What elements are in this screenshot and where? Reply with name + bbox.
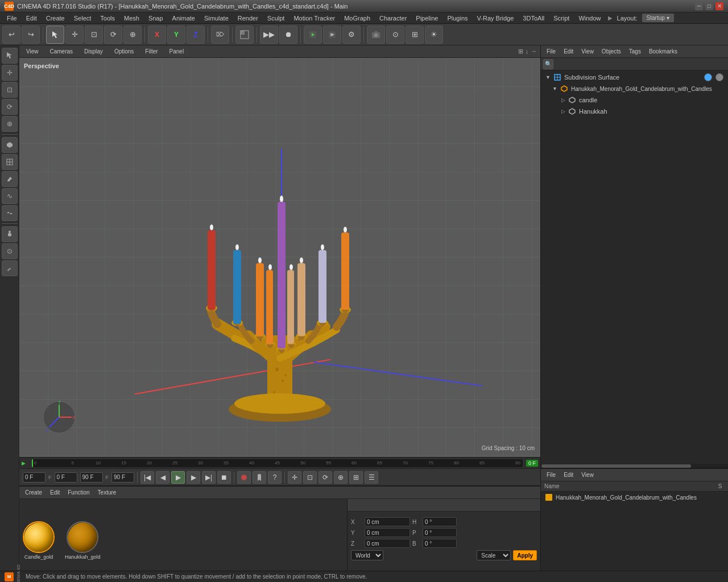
sidebar-move[interactable]: ✛ (2, 65, 18, 81)
obj-menu-file[interactable]: File (544, 47, 558, 56)
floor-btn[interactable]: ⊞ (406, 26, 424, 44)
render-view-btn[interactable] (304, 26, 322, 44)
scale-key-btn[interactable]: ⊡ (303, 471, 317, 484)
snap-enable-btn[interactable]: ⊙ (386, 26, 404, 44)
render-settings-btn[interactable]: ⚙ (342, 26, 361, 44)
obj-hanukkah[interactable]: ▷ Hanukkah (541, 106, 728, 117)
transform-tool[interactable]: ⊕ (123, 26, 142, 44)
view-mode-btn[interactable] (235, 26, 254, 44)
obj-menu-objects[interactable]: Objects (599, 47, 623, 56)
frame-current-input[interactable] (55, 472, 77, 483)
redo-button[interactable]: ↪ (22, 26, 40, 44)
undo-button[interactable]: ↩ (2, 26, 20, 44)
material-candle-gold[interactable]: Candle_gold (23, 521, 55, 560)
move-key-btn[interactable]: ✛ (288, 471, 301, 484)
sidebar-rotate[interactable]: ⟳ (2, 99, 18, 115)
playback-btn[interactable]: ▶▶ (260, 26, 278, 44)
move-tool[interactable]: ✛ (65, 26, 84, 44)
step-back-button[interactable]: ◀ (156, 471, 169, 484)
timeline[interactable]: ▶ 0 5 10 15 20 25 30 35 40 45 (19, 457, 540, 468)
mat-menu-edit[interactable]: Edit (48, 488, 62, 497)
sidebar-select[interactable] (2, 48, 18, 64)
menu-edit[interactable]: Edit (22, 14, 42, 23)
vp-arrow-right[interactable]: → (531, 48, 537, 55)
light-btn[interactable]: ☀ (425, 26, 443, 44)
y-position-input[interactable] (365, 528, 410, 537)
window-controls[interactable]: ─ □ ✕ (695, 2, 723, 10)
sidebar-model[interactable] (2, 137, 18, 153)
sidebar-deform[interactable] (2, 205, 18, 221)
menu-animate[interactable]: Animate (168, 14, 200, 23)
obj-tb-search[interactable]: 🔍 (543, 59, 553, 69)
sidebar-mesh[interactable] (2, 154, 18, 170)
vp-maximize[interactable]: ⊞ (518, 48, 523, 55)
vp-arrow-down[interactable]: ↓ (526, 48, 529, 55)
mat-menu-function[interactable]: Function (65, 488, 92, 497)
menu-pipeline[interactable]: Pipeline (411, 14, 442, 23)
menu-tools[interactable]: Tools (96, 14, 119, 23)
axis-x[interactable]: X (148, 26, 166, 44)
point-key-btn[interactable]: ⊞ (349, 471, 363, 484)
menu-vray[interactable]: V-Ray Bridge (473, 14, 519, 23)
obj-render-dot[interactable] (715, 73, 723, 81)
obj-hanukkah-menorah[interactable]: ▼ Hanukkah_Menorah_Gold_Candelabrum_with… (541, 83, 728, 94)
settings-key-btn[interactable]: ☰ (365, 471, 378, 484)
sidebar-scale[interactable]: ⊡ (2, 82, 18, 98)
vp-menu-cameras[interactable]: Cameras (47, 47, 77, 56)
frame-end2-input[interactable] (111, 472, 134, 483)
maximize-button[interactable]: □ (705, 2, 713, 10)
render-scene-btn[interactable] (323, 26, 341, 44)
go-end-button[interactable]: ▶| (202, 471, 216, 484)
param-key-btn[interactable]: ⊕ (334, 471, 348, 484)
obj-menu-bookmarks[interactable]: Bookmarks (647, 47, 680, 56)
menu-select[interactable]: Select (69, 14, 96, 23)
menorah-object[interactable] (160, 114, 399, 433)
menu-3dtoall[interactable]: 3DToAll (518, 14, 549, 23)
obj-candle[interactable]: ▷ candle (541, 94, 728, 106)
apply-button[interactable]: Apply (513, 550, 537, 560)
timeline-bar[interactable]: 0 5 10 15 20 25 30 35 40 45 50 55 60 65 (32, 459, 523, 467)
record-btn[interactable]: ⏺ (279, 26, 297, 44)
vp-menu-filter[interactable]: Filter (142, 47, 161, 56)
vp-menu-view[interactable]: View (23, 47, 42, 56)
menu-layout[interactable]: Layout: (613, 14, 642, 23)
sidebar-transform[interactable]: ⊕ (2, 116, 18, 132)
sidebar-character[interactable] (2, 226, 18, 242)
obj-menu-view[interactable]: View (579, 47, 596, 56)
sidebar-spline[interactable]: ∿ (2, 188, 18, 204)
p-rotation-input[interactable] (423, 528, 457, 537)
world-select[interactable]: World Object (351, 550, 383, 560)
menu-create[interactable]: Create (42, 14, 69, 23)
menu-character[interactable]: Character (375, 14, 411, 23)
menu-render[interactable]: Render (233, 14, 263, 23)
camera-btn[interactable] (367, 26, 385, 44)
layer-item[interactable]: Hanukkah_Menorah_Gold_Candelabrum_with_C… (541, 492, 728, 503)
scale-tool[interactable]: ⊡ (85, 26, 103, 44)
menu-simulate[interactable]: Simulate (200, 14, 233, 23)
menu-plugins[interactable]: Plugins (442, 14, 472, 23)
sidebar-sculpt[interactable] (2, 260, 18, 276)
material-hanukkah-gold[interactable]: Hanukkah_gold (65, 521, 101, 560)
z-position-input[interactable] (365, 539, 410, 548)
play-button[interactable]: ▶ (171, 471, 185, 484)
menu-file[interactable]: File (2, 14, 22, 23)
sidebar-paint[interactable] (2, 171, 18, 187)
obj-menu-tags[interactable]: Tags (627, 47, 643, 56)
menu-mograph[interactable]: MoGraph (340, 14, 375, 23)
layers-menu-file[interactable]: File (544, 471, 558, 479)
select-tool[interactable] (46, 26, 64, 44)
b-rotation-input[interactable] (423, 539, 457, 548)
step-forward-button[interactable]: ▶ (187, 471, 200, 484)
timeline-btn[interactable]: ? (268, 471, 282, 484)
close-button[interactable]: ✕ (715, 2, 723, 10)
menu-script[interactable]: Script (549, 14, 574, 23)
auto-key-btn[interactable] (237, 471, 251, 484)
obj-subdivision-surface[interactable]: ▼ Subdivision Surface (541, 72, 728, 83)
layout-selector[interactable]: Startup ▾ (642, 14, 674, 22)
record-button[interactable]: ⏹ (217, 471, 231, 484)
h-rotation-input[interactable] (423, 517, 457, 526)
layers-menu-view[interactable]: View (579, 471, 596, 479)
viewport-canvas[interactable]: Perspective (19, 58, 540, 457)
scale-select[interactable]: Scale (477, 550, 511, 560)
axis-y[interactable]: Y (167, 26, 185, 44)
